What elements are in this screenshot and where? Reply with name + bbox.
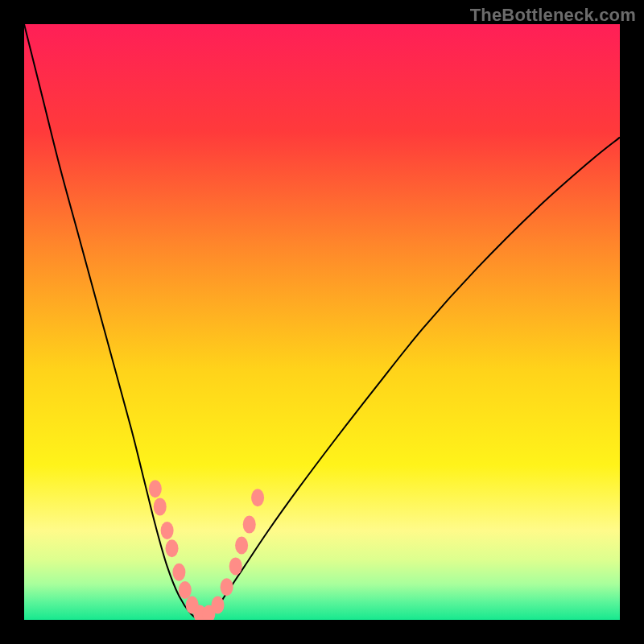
- data-marker: [149, 480, 162, 497]
- plot-area: [24, 24, 620, 620]
- data-marker: [161, 522, 174, 539]
- data-marker: [154, 497, 167, 515]
- markers-layer: [24, 24, 620, 620]
- data-marker: [179, 581, 192, 599]
- data-marker: [212, 597, 225, 614]
- data-marker: [166, 539, 179, 557]
- watermark-text: TheBottleneck.com: [470, 5, 636, 26]
- data-marker: [243, 516, 256, 534]
- data-marker: [251, 489, 264, 506]
- marker-group: [149, 480, 264, 620]
- data-marker: [172, 564, 185, 581]
- chart-frame: TheBottleneck.com: [0, 0, 644, 644]
- data-marker: [221, 578, 233, 596]
- data-marker: [235, 537, 248, 555]
- data-marker: [229, 557, 242, 575]
